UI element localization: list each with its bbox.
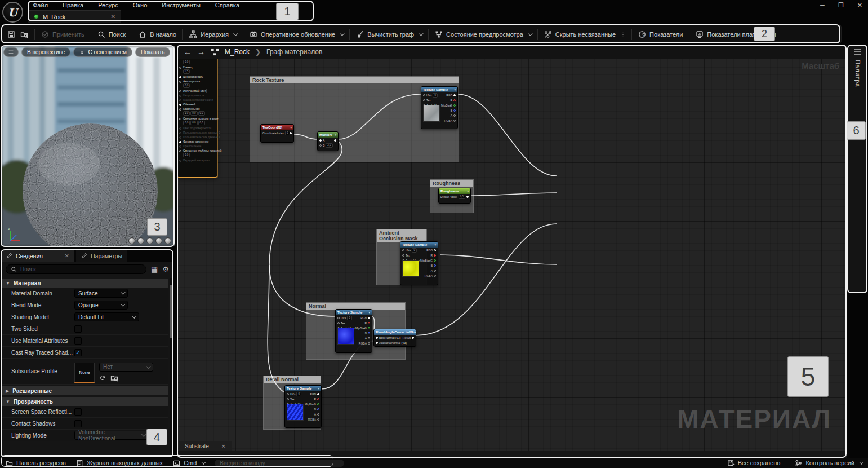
breadcrumb-asset[interactable]: M_Rock [225,48,250,56]
output-pin-rgb[interactable] [453,94,456,96]
menu-window[interactable]: Окно [133,2,148,8]
settings-gear-icon[interactable]: ⚙ [162,266,169,273]
material-pin-обычный[interactable]: Обычный [177,102,217,107]
asset-tab-m-rock[interactable]: M_Rock ✕ [28,10,121,23]
console-command-input[interactable]: Введите команду [215,460,344,467]
node-texture-sample-rock[interactable]: Texture Sample▾UVs0RGBTexRApply View Mip… [421,86,458,129]
output-pin-r[interactable] [368,322,370,324]
browse-icon[interactable] [110,374,118,382]
output-pin-rgb[interactable] [317,393,319,395]
output-pin-rgba[interactable] [453,120,456,122]
toolbar-состояние-предпросмотра[interactable]: Состояние предпросмотра [435,30,531,38]
output-pin[interactable] [290,132,292,134]
substrate-tab[interactable]: Substrate ✕ [179,441,232,451]
material-pin-излучаемый-цвет[interactable]: Излучаемый цвет [177,89,217,93]
input-pin-tex[interactable] [402,254,404,257]
viewport-menu-icon[interactable] [3,47,19,57]
minimize-icon[interactable]: ─ [820,1,825,9]
output-pin-b[interactable] [368,332,370,334]
node-texture-sample-ao[interactable]: Texture Sample▾UVs0RGBTexRApply View Mip… [400,241,438,285]
nav-forward-icon[interactable]: → [197,47,205,56]
material-pin-непрозрачность[interactable]: Непрозрачность [177,93,217,98]
maximize-icon[interactable]: ❒ [838,1,844,9]
statusbar-cmd[interactable]: Cmd [173,460,204,467]
material-pin-касательная[interactable]: Касательная1,00,00,0 [177,107,217,116]
checkbox-contact-shadows[interactable] [74,420,82,427]
subsurface-profile-dropdown[interactable]: Нет [99,363,153,372]
statusbar-контроль-версий[interactable]: Контроль версий [795,460,862,467]
statusbar-журнал-выходных-данных[interactable]: Журнал выходных данных [76,460,163,467]
material-preview-viewport[interactable]: В перспективеС освещениемПоказать z [1,46,175,246]
node-blend-angle-corrected-normals[interactable]: BlendAngleCorrectedNormals BaseNormal (V… [373,329,416,347]
menu-edit[interactable]: Правка [63,2,83,8]
output-pin-r[interactable] [434,254,436,257]
output-pin-r[interactable] [317,398,319,400]
toolbar-показатели[interactable]: 1Показатели [638,30,683,38]
cube-mesh-icon[interactable] [146,237,153,244]
material-pin-передний-материал[interactable]: Передний материал [177,158,217,162]
plane-mesh-icon[interactable] [155,237,162,244]
tab-close-icon[interactable]: ✕ [221,443,226,449]
section-header-прозрачность[interactable]: ▼Прозрачность [1,397,168,406]
section-header-материал[interactable]: ▼Материал [1,279,168,288]
node-m-rock-result[interactable]: M_Rock Базовый цветМеталлик0,0Глянец0,5Ш… [177,45,217,178]
output-pin-b[interactable] [434,264,436,267]
cylinder-mesh-icon[interactable] [128,237,135,244]
toolbar-иерархия[interactable]: Иерархия [189,30,237,38]
dropdown-lighting-mode[interactable]: Volumetric NonDirectional [74,431,149,440]
toolbar-more-dots-icon[interactable] [621,30,625,38]
output-pin-rgba[interactable] [368,342,370,345]
input-pin-uvs[interactable] [287,393,289,395]
input-pin-uvs[interactable] [337,317,340,319]
input-pin-tex[interactable] [337,322,340,324]
output-pin-a[interactable] [434,270,436,272]
output-pin-result[interactable] [412,337,414,339]
output-pin[interactable] [466,196,469,198]
checkbox-screen-space-reflecti-[interactable] [74,408,82,416]
input-pin-uvs[interactable] [402,249,404,251]
checkbox-two-sided[interactable] [74,325,82,333]
node-texcoord[interactable]: TexCoord[0]▾ Coordinate Index0 [260,124,294,143]
material-pin-пользовательские-данные-0[interactable]: Пользовательские данные 0 [177,130,217,135]
input-pin-basenormal[interactable] [376,337,378,339]
viewport-с-освещением[interactable]: С освещением [73,47,132,57]
toolbar-вычистить-граф[interactable]: Вычистить граф [356,30,422,38]
toolbar-оперативное-обновление[interactable]: Оперативное обновление [250,30,343,38]
output-pin-a[interactable] [453,114,456,117]
use-selected-icon[interactable] [99,374,106,381]
input-pin-a[interactable] [319,139,322,142]
menu-help[interactable]: Справка [215,2,239,8]
toolbar-скрыть-несвязанные[interactable]: Скрыть несвязанные [544,30,616,38]
checkbox-cast-ray-traced-shad-[interactable]: ✓ [74,349,82,356]
sphere-mesh-icon[interactable] [137,237,144,244]
search-input[interactable]: Поиск [6,264,146,274]
material-pin-преломление[interactable]: Преломление [177,144,217,148]
material-pin-смещение-глубины-пикселей[interactable]: Смещение глубины пикселей0,0 [177,148,217,158]
output-pin-b[interactable] [453,109,456,112]
output-pin-g[interactable] [317,403,319,405]
tab-close-icon[interactable]: ✕ [65,253,69,259]
scrollbar-thumb[interactable] [170,285,172,338]
menu-asset[interactable]: Ресурс [98,2,118,8]
node-texture-sample-normal[interactable]: Texture Sample▾UVs0RGBTexRApply View Mip… [335,309,372,353]
output-pin-r[interactable] [453,99,456,101]
toolbar-save-icon[interactable] [7,30,15,38]
dropdown-material-domain[interactable]: Surface [74,289,128,298]
material-pin-глянец[interactable]: Глянец0,5 [177,65,217,74]
output-pin-rgb[interactable] [368,317,370,319]
output-pin-b[interactable] [317,408,319,410]
dropdown-shading-model[interactable]: Default Lit [74,312,139,321]
menu-tools[interactable]: Инструменты [162,2,201,8]
output-pin-a[interactable] [368,337,370,339]
nav-back-icon[interactable]: ← [184,47,192,56]
palette-side-tab[interactable]: Палитра [848,46,867,293]
tab-close-icon[interactable]: ✕ [111,14,115,20]
node-multiply[interactable]: Multiply▾ A B2,0 [317,131,339,151]
material-pin-фоновое-затенение[interactable]: Фоновое затенение [177,139,217,144]
material-pin-шероховатость[interactable]: Шероховатость [177,74,217,79]
custom-mesh-icon[interactable] [164,237,171,244]
statusbar-всё-сохранено[interactable]: Всё сохранено [727,460,781,467]
checkbox-use-material-attributes[interactable] [74,337,82,345]
material-pin-анизотропия[interactable]: Анизотропия0,0 [177,79,217,89]
node-texture-sample-detail-normal[interactable]: Texture Sample▾UVs0RGBTexRApply View Mip… [284,385,322,428]
